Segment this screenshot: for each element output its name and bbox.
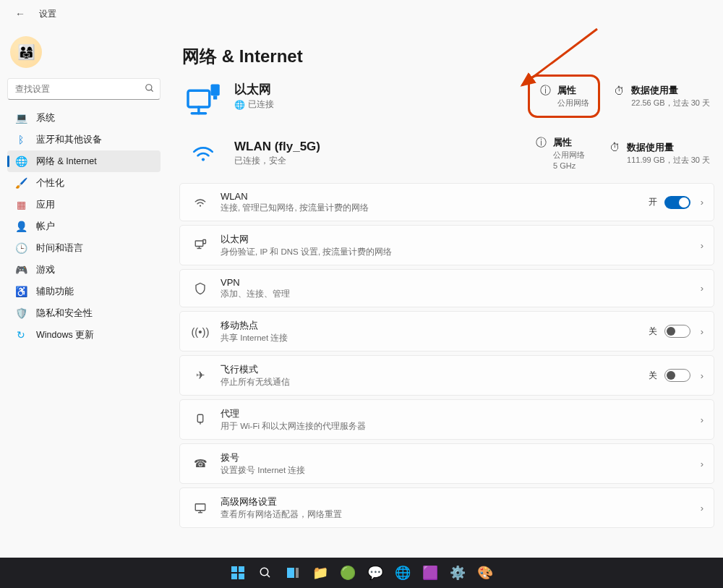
sidebar-item-4[interactable]: ▦应用 — [7, 194, 161, 216]
card-title: 代理 — [221, 407, 690, 420]
svg-rect-26 — [296, 568, 299, 578]
svg-rect-6 — [211, 85, 220, 96]
chrome-button[interactable]: 🌐 — [389, 559, 416, 587]
toggle-label: 开 — [649, 196, 657, 208]
sidebar-item-1[interactable]: ᛒ蓝牙和其他设备 — [7, 129, 161, 150]
card-title: 以太网 — [221, 233, 690, 246]
sidebar-item-3[interactable]: 🖌️个性化 — [7, 172, 161, 194]
svg-line-1 — [151, 90, 153, 92]
wlan-status-block: WLAN (fly_5G) 已连接，安全 ⓘ 属性 公用网络 5 GHz ⏱ — [179, 133, 714, 173]
svg-rect-25 — [287, 568, 294, 578]
taskview-button[interactable] — [279, 559, 307, 587]
svg-line-24 — [267, 574, 270, 577]
svg-rect-20 — [239, 566, 244, 572]
nav-icon: 🖌️ — [14, 176, 27, 189]
window-header: ← 设置 — [0, 0, 723, 27]
user-avatar: 👨‍👩‍👧 — [10, 36, 42, 68]
nav-label: 游戏 — [36, 264, 55, 276]
main-content: 网络 & Internet 以太网 🌐已连接 ⓘ — [168, 27, 723, 558]
wifi-icon — [182, 141, 224, 166]
toggle-switch[interactable] — [664, 196, 690, 209]
setting-card-shield[interactable]: VPN 添加、连接、管理 › — [179, 269, 714, 307]
nav-icon: ▦ — [14, 198, 27, 211]
chevron-right-icon: › — [701, 459, 703, 469]
app-button-1[interactable]: 🟢 — [334, 559, 362, 587]
hotspot-icon: ((•)) — [190, 325, 210, 338]
info-icon: ⓘ — [534, 136, 547, 149]
setting-card-dial[interactable]: ☎ 拨号 设置拨号 Internet 连接 › — [179, 443, 714, 484]
card-sub: 共享 Internet 连接 — [221, 333, 649, 344]
sidebar-item-2[interactable]: 🌐网络 & Internet — [7, 150, 161, 172]
ethernet-properties-button[interactable]: ⓘ 属性 公用网络 — [534, 81, 594, 111]
nav-list: 💻系统ᛒ蓝牙和其他设备🌐网络 & Internet🖌️个性化▦应用👤帐户🕒时间和… — [7, 107, 161, 346]
ethernet-info: 以太网 🌐已连接 — [234, 81, 520, 110]
page-title: 网络 & Internet — [182, 45, 714, 68]
nav-icon: 🛡️ — [14, 307, 27, 320]
search-input[interactable] — [7, 78, 161, 100]
chevron-right-icon: › — [701, 240, 703, 251]
sidebar-item-0[interactable]: 💻系统 — [7, 107, 161, 129]
wlan-usage-sub: 111.99 GB，过去 30 天 — [627, 155, 710, 166]
nav-icon: ᛒ — [14, 133, 27, 146]
svg-rect-13 — [203, 240, 206, 244]
back-button[interactable]: ← — [12, 5, 29, 22]
svg-rect-14 — [197, 414, 203, 422]
wlan-properties-button[interactable]: ⓘ 属性 公用网络 5 GHz — [530, 133, 589, 173]
advanced-icon — [190, 501, 210, 514]
ethernet-props-sub: 公用网络 — [557, 98, 589, 108]
card-title: 高级网络设置 — [221, 495, 690, 508]
setting-card-proxy[interactable]: 代理 用于 Wi-Fi 和以太网连接的代理服务器 › — [179, 399, 714, 440]
settings-taskbar-button[interactable]: ⚙️ — [444, 559, 471, 587]
nav-icon: 💻 — [14, 111, 27, 124]
setting-card-airplane[interactable]: ✈ 飞行模式 停止所有无线通信 关› — [179, 355, 714, 396]
setting-card-hotspot[interactable]: ((•)) 移动热点 共享 Internet 连接 关› — [179, 311, 714, 351]
nav-label: 帐户 — [36, 221, 55, 233]
ethernet-usage-sub: 22.56 GB，过去 30 天 — [631, 98, 710, 108]
svg-rect-10 — [195, 241, 203, 247]
airplane-icon: ✈ — [190, 369, 210, 382]
toggle-switch[interactable] — [664, 369, 690, 382]
app-button-4[interactable]: 🎨 — [471, 559, 499, 587]
nav-icon: 🕒 — [14, 242, 27, 255]
app-button-2[interactable]: 💬 — [362, 559, 389, 587]
setting-card-wifi[interactable]: WLAN 连接, 管理已知网络, 按流量计费的网络 开› — [179, 183, 714, 221]
shield-icon — [190, 282, 210, 295]
sidebar-item-7[interactable]: 🎮游戏 — [7, 259, 161, 281]
chevron-right-icon: › — [701, 283, 703, 294]
sidebar-item-8[interactable]: ♿辅助功能 — [7, 281, 161, 302]
wlan-usage-title: 数据使用量 — [627, 141, 710, 154]
search-taskbar-button[interactable] — [252, 559, 279, 587]
dial-icon: ☎ — [190, 457, 210, 470]
taskbar: 📁 🟢 💬 🌐 🟪 ⚙️ 🎨 — [0, 558, 723, 588]
monitor-icon — [190, 239, 210, 252]
sidebar-item-5[interactable]: 👤帐户 — [7, 216, 161, 237]
wlan-usage-button[interactable]: ⏱ 数据使用量 111.99 GB，过去 30 天 — [604, 138, 714, 169]
nav-label: 应用 — [36, 199, 55, 211]
setting-card-monitor[interactable]: 以太网 身份验证, IP 和 DNS 设置, 按流量计费的网络 › — [179, 225, 714, 265]
sidebar-item-6[interactable]: 🕒时间和语言 — [7, 237, 161, 259]
toggle-switch[interactable] — [664, 325, 690, 338]
nav-icon: 🌐 — [14, 155, 27, 168]
usage-icon: ⏱ — [608, 141, 621, 154]
sidebar-item-10[interactable]: ↻Windows 更新 — [7, 324, 161, 346]
sidebar-item-9[interactable]: 🛡️隐私和安全性 — [7, 302, 161, 324]
settings-card-list: WLAN 连接, 管理已知网络, 按流量计费的网络 开› 以太网 身份验证, I… — [179, 183, 714, 532]
explorer-button[interactable]: 📁 — [307, 559, 334, 587]
search-icon[interactable] — [145, 83, 155, 95]
toggle-label: 关 — [649, 325, 657, 338]
start-button[interactable] — [224, 559, 252, 587]
chevron-right-icon: › — [701, 370, 703, 381]
card-sub: 设置拨号 Internet 连接 — [221, 465, 690, 476]
nav-icon: ♿ — [14, 285, 27, 298]
app-button-3[interactable]: 🟪 — [416, 559, 444, 587]
card-sub: 停止所有无线通信 — [221, 377, 649, 388]
avatar-wrap[interactable]: 👨‍👩‍👧 — [10, 36, 161, 68]
card-title: WLAN — [221, 191, 649, 202]
wlan-props-sub: 公用网络 — [553, 150, 585, 161]
ethernet-usage-button[interactable]: ⏱ 数据使用量 22.56 GB，过去 30 天 — [608, 81, 714, 111]
globe-icon: 🌐 — [234, 100, 245, 110]
nav-label: 网络 & Internet — [36, 155, 97, 168]
nav-label: 隐私和安全性 — [36, 307, 93, 320]
setting-card-advanced[interactable]: 高级网络设置 查看所有网络适配器，网络重置 › — [179, 487, 714, 528]
search-container — [7, 78, 161, 100]
